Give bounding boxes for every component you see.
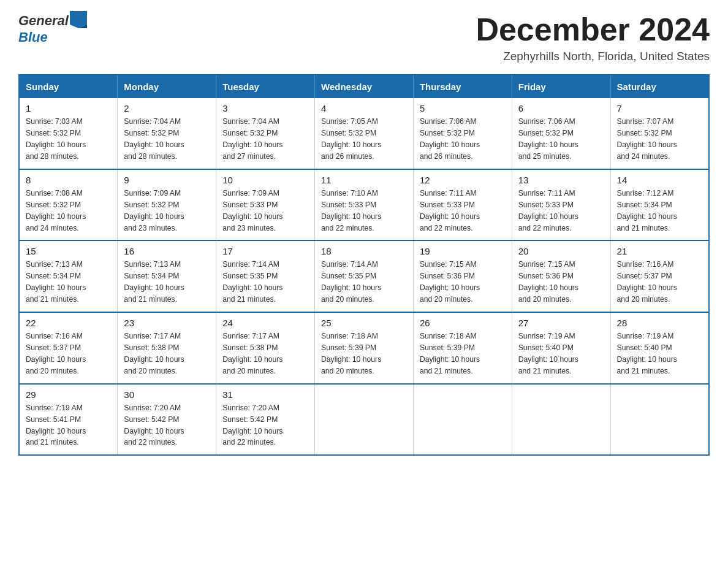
day-number: 16 [124, 246, 210, 256]
week-row-5: 29 Sunrise: 7:19 AM Sunset: 5:41 PM Dayl… [19, 384, 709, 456]
header-saturday: Saturday [610, 75, 709, 98]
day-info: Sunrise: 7:09 AM Sunset: 5:33 PM Dayligh… [222, 188, 308, 234]
calendar-cell: 13 Sunrise: 7:11 AM Sunset: 5:33 PM Dayl… [512, 169, 610, 241]
day-number: 21 [617, 246, 702, 256]
calendar-table: SundayMondayTuesdayWednesdayThursdayFrid… [18, 74, 710, 456]
day-number: 20 [518, 246, 604, 256]
day-info: Sunrise: 7:11 AM Sunset: 5:33 PM Dayligh… [518, 188, 604, 234]
calendar-cell: 30 Sunrise: 7:20 AM Sunset: 5:42 PM Dayl… [118, 384, 216, 456]
month-title: December 2024 [476, 12, 710, 47]
week-row-2: 8 Sunrise: 7:08 AM Sunset: 5:32 PM Dayli… [19, 169, 709, 241]
calendar-cell: 12 Sunrise: 7:11 AM Sunset: 5:33 PM Dayl… [413, 169, 512, 241]
day-info: Sunrise: 7:14 AM Sunset: 5:35 PM Dayligh… [222, 259, 308, 305]
calendar-body: 1 Sunrise: 7:03 AM Sunset: 5:32 PM Dayli… [19, 98, 709, 455]
day-info: Sunrise: 7:14 AM Sunset: 5:35 PM Dayligh… [321, 259, 407, 305]
logo-text-blue: Blue [18, 29, 48, 45]
day-number: 7 [617, 103, 702, 113]
calendar-cell: 18 Sunrise: 7:14 AM Sunset: 5:35 PM Dayl… [315, 240, 414, 312]
day-info: Sunrise: 7:15 AM Sunset: 5:36 PM Dayligh… [518, 259, 604, 305]
logo-text-general: General [18, 13, 69, 29]
calendar-cell [413, 384, 512, 456]
calendar-cell: 22 Sunrise: 7:16 AM Sunset: 5:37 PM Dayl… [19, 312, 118, 384]
day-number: 25 [321, 318, 407, 328]
calendar-cell: 4 Sunrise: 7:05 AM Sunset: 5:32 PM Dayli… [315, 98, 414, 169]
calendar-cell: 9 Sunrise: 7:09 AM Sunset: 5:32 PM Dayli… [118, 169, 216, 241]
day-info: Sunrise: 7:05 AM Sunset: 5:32 PM Dayligh… [321, 116, 407, 163]
day-info: Sunrise: 7:17 AM Sunset: 5:38 PM Dayligh… [222, 331, 308, 377]
day-number: 19 [420, 246, 506, 256]
calendar-cell: 8 Sunrise: 7:08 AM Sunset: 5:32 PM Dayli… [19, 169, 118, 241]
day-number: 18 [321, 246, 407, 256]
logo: General Blue [18, 12, 87, 45]
day-number: 6 [518, 103, 604, 113]
location-subtitle: Zephyrhills North, Florida, United State… [476, 50, 710, 63]
title-area: December 2024 Zephyrhills North, Florida… [476, 12, 710, 63]
calendar-cell: 5 Sunrise: 7:06 AM Sunset: 5:32 PM Dayli… [413, 98, 512, 169]
day-number: 22 [26, 318, 111, 328]
day-info: Sunrise: 7:16 AM Sunset: 5:37 PM Dayligh… [26, 331, 111, 377]
day-info: Sunrise: 7:12 AM Sunset: 5:34 PM Dayligh… [617, 188, 702, 234]
day-number: 13 [518, 175, 604, 185]
calendar-cell [512, 384, 610, 456]
day-number: 29 [26, 389, 111, 400]
header-thursday: Thursday [413, 75, 512, 98]
day-info: Sunrise: 7:06 AM Sunset: 5:32 PM Dayligh… [518, 116, 604, 163]
calendar-cell: 14 Sunrise: 7:12 AM Sunset: 5:34 PM Dayl… [610, 169, 709, 241]
calendar-cell: 10 Sunrise: 7:09 AM Sunset: 5:33 PM Dayl… [216, 169, 315, 241]
day-info: Sunrise: 7:15 AM Sunset: 5:36 PM Dayligh… [420, 259, 506, 305]
day-number: 26 [420, 318, 506, 328]
calendar-cell: 28 Sunrise: 7:19 AM Sunset: 5:40 PM Dayl… [610, 312, 709, 384]
day-number: 28 [617, 318, 702, 328]
day-info: Sunrise: 7:10 AM Sunset: 5:33 PM Dayligh… [321, 188, 407, 234]
day-info: Sunrise: 7:11 AM Sunset: 5:33 PM Dayligh… [420, 188, 506, 234]
day-number: 31 [222, 389, 308, 400]
calendar-cell: 21 Sunrise: 7:16 AM Sunset: 5:37 PM Dayl… [610, 240, 709, 312]
day-info: Sunrise: 7:19 AM Sunset: 5:40 PM Dayligh… [518, 331, 604, 377]
day-info: Sunrise: 7:18 AM Sunset: 5:39 PM Dayligh… [420, 331, 506, 377]
day-number: 17 [222, 246, 308, 256]
calendar-cell: 7 Sunrise: 7:07 AM Sunset: 5:32 PM Dayli… [610, 98, 709, 169]
day-number: 4 [321, 103, 407, 113]
week-row-3: 15 Sunrise: 7:13 AM Sunset: 5:34 PM Dayl… [19, 240, 709, 312]
day-info: Sunrise: 7:04 AM Sunset: 5:32 PM Dayligh… [124, 116, 210, 163]
day-number: 8 [26, 175, 111, 185]
day-number: 3 [222, 103, 308, 113]
calendar-cell: 20 Sunrise: 7:15 AM Sunset: 5:36 PM Dayl… [512, 240, 610, 312]
day-info: Sunrise: 7:20 AM Sunset: 5:42 PM Dayligh… [222, 402, 308, 449]
header-row: SundayMondayTuesdayWednesdayThursdayFrid… [19, 75, 709, 98]
calendar-cell: 29 Sunrise: 7:19 AM Sunset: 5:41 PM Dayl… [19, 384, 118, 456]
day-number: 14 [617, 175, 702, 185]
day-number: 10 [222, 175, 308, 185]
day-info: Sunrise: 7:13 AM Sunset: 5:34 PM Dayligh… [124, 259, 210, 305]
calendar-cell: 16 Sunrise: 7:13 AM Sunset: 5:34 PM Dayl… [118, 240, 216, 312]
header-sunday: Sunday [19, 75, 118, 98]
day-number: 15 [26, 246, 111, 256]
calendar-cell: 27 Sunrise: 7:19 AM Sunset: 5:40 PM Dayl… [512, 312, 610, 384]
header-friday: Friday [512, 75, 610, 98]
day-info: Sunrise: 7:09 AM Sunset: 5:32 PM Dayligh… [124, 188, 210, 234]
day-info: Sunrise: 7:07 AM Sunset: 5:32 PM Dayligh… [617, 116, 702, 163]
day-number: 30 [124, 389, 210, 400]
day-info: Sunrise: 7:08 AM Sunset: 5:32 PM Dayligh… [26, 188, 111, 234]
day-info: Sunrise: 7:03 AM Sunset: 5:32 PM Dayligh… [26, 116, 111, 163]
day-info: Sunrise: 7:06 AM Sunset: 5:32 PM Dayligh… [420, 116, 506, 163]
day-number: 23 [124, 318, 210, 328]
calendar-cell: 17 Sunrise: 7:14 AM Sunset: 5:35 PM Dayl… [216, 240, 315, 312]
day-number: 11 [321, 175, 407, 185]
week-row-1: 1 Sunrise: 7:03 AM Sunset: 5:32 PM Dayli… [19, 98, 709, 169]
day-number: 1 [26, 103, 111, 113]
day-info: Sunrise: 7:13 AM Sunset: 5:34 PM Dayligh… [26, 259, 111, 305]
calendar-cell: 6 Sunrise: 7:06 AM Sunset: 5:32 PM Dayli… [512, 98, 610, 169]
day-number: 5 [420, 103, 506, 113]
page-header: General Blue December 2024 Zephyrhills N… [18, 12, 710, 63]
calendar-header: SundayMondayTuesdayWednesdayThursdayFrid… [19, 75, 709, 98]
day-info: Sunrise: 7:19 AM Sunset: 5:40 PM Dayligh… [617, 331, 702, 377]
header-monday: Monday [118, 75, 216, 98]
week-row-4: 22 Sunrise: 7:16 AM Sunset: 5:37 PM Dayl… [19, 312, 709, 384]
header-tuesday: Tuesday [216, 75, 315, 98]
calendar-cell: 25 Sunrise: 7:18 AM Sunset: 5:39 PM Dayl… [315, 312, 414, 384]
calendar-cell: 11 Sunrise: 7:10 AM Sunset: 5:33 PM Dayl… [315, 169, 414, 241]
header-wednesday: Wednesday [315, 75, 414, 98]
day-info: Sunrise: 7:16 AM Sunset: 5:37 PM Dayligh… [617, 259, 702, 305]
day-number: 2 [124, 103, 210, 113]
